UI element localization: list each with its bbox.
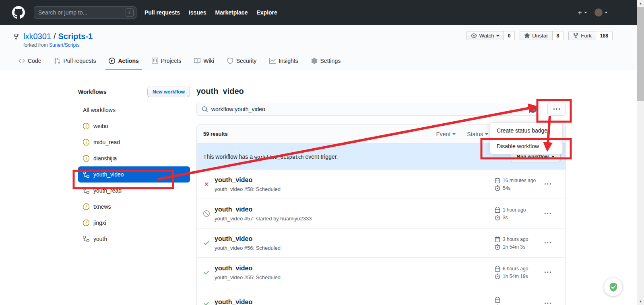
kebab-icon <box>545 269 551 276</box>
sidebar-item-youth-video[interactable]: youth_video <box>78 166 190 183</box>
run-title-link[interactable]: youth_video <box>215 176 281 184</box>
header-right: + <box>578 8 608 17</box>
nav-marketplace[interactable]: Marketplace <box>215 9 248 16</box>
sidebar-item-txnews[interactable]: txnews <box>78 199 190 215</box>
slash-key-hint: / <box>126 8 134 17</box>
sidebar-item-all-workflows[interactable]: All workflows <box>78 102 190 118</box>
unstar-button[interactable]: Unstar <box>520 31 552 40</box>
star-icon <box>524 33 530 39</box>
nav-issues[interactable]: Issues <box>189 9 206 16</box>
stopwatch-icon <box>495 274 500 279</box>
tab-security[interactable]: Security <box>224 53 260 70</box>
workflows-heading: Workflows <box>78 89 107 95</box>
fork-button[interactable]: Fork <box>568 31 596 40</box>
code-icon <box>19 58 25 64</box>
sidebar-item-jingxi[interactable]: jingxi <box>78 215 190 231</box>
clear-search-button[interactable] <box>529 106 537 113</box>
caret-down-icon <box>485 133 488 135</box>
repo-header: lxk0301 / Scripts-1 forked from Sunert/S… <box>0 25 644 70</box>
global-search-placeholder: Search or jump to... <box>38 9 126 16</box>
run-meta: 16 minutes ago 54s <box>495 178 535 191</box>
nav-pull-requests[interactable]: Pull requests <box>144 9 180 16</box>
warning-icon <box>83 139 89 145</box>
run-options-button[interactable] <box>545 210 551 217</box>
run-title-link[interactable]: youth_video <box>215 235 281 243</box>
scroll-up-arrow-icon[interactable]: ▲ <box>637 0 644 7</box>
create-new-button[interactable]: + <box>578 9 587 17</box>
github-logo-icon[interactable] <box>12 6 25 19</box>
run-title-link[interactable]: youth_video <box>215 265 281 272</box>
workflow-icon <box>83 187 89 194</box>
calendar-icon <box>495 178 500 183</box>
run-options-button[interactable] <box>545 240 551 246</box>
kebab-icon <box>553 106 560 112</box>
warning-icon <box>83 123 89 129</box>
tab-settings[interactable]: Settings <box>308 53 344 70</box>
run-options-button[interactable] <box>545 300 551 305</box>
actions-content: Workflows New workflow All workflows wei… <box>78 70 566 305</box>
menu-item-create-status-badge[interactable]: Create status badge <box>490 123 562 138</box>
tab-projects[interactable]: Projects <box>149 53 185 70</box>
watch-count[interactable]: 0 <box>504 31 515 40</box>
scroll-down-arrow-icon[interactable]: ▼ <box>637 298 644 305</box>
run-row[interactable]: youth_video youth_video #55: Scheduled 6… <box>197 258 566 287</box>
green-shield-check-icon <box>608 282 619 293</box>
run-title-link[interactable]: youth_video <box>215 206 312 213</box>
kebab-icon <box>545 210 551 217</box>
nav-explore[interactable]: Explore <box>256 9 277 16</box>
scrollbar[interactable]: ▲ ▼ <box>637 0 644 305</box>
repo-forked-icon <box>13 33 19 40</box>
kebab-icon <box>545 300 551 305</box>
star-count[interactable]: 8 <box>553 31 564 40</box>
run-row[interactable]: youth_video youth_video #57: started by … <box>197 199 566 228</box>
watch-group: Watch 0 <box>466 31 515 40</box>
run-row[interactable]: youth_video <box>197 287 566 305</box>
sidebar-item-youth-read[interactable]: youth_read <box>78 183 190 199</box>
watch-button[interactable]: Watch <box>466 31 504 40</box>
scrollbar-thumb[interactable] <box>637 7 644 101</box>
tab-code[interactable]: Code <box>15 53 44 70</box>
workflow-options-menu: Create status badge Disable workflow <box>490 122 563 154</box>
global-search-input[interactable]: Search or jump to... / <box>34 6 136 19</box>
run-subtitle: youth_video #56: Scheduled <box>215 245 281 251</box>
event-filter-dropdown[interactable]: Event <box>436 131 456 137</box>
workflow-options-button[interactable] <box>547 103 566 116</box>
status-filter-dropdown[interactable]: Status <box>467 131 488 137</box>
sidebar-item-weibo[interactable]: weibo <box>78 118 190 134</box>
new-workflow-button[interactable]: New workflow <box>147 87 190 97</box>
run-title-link[interactable]: youth_video <box>215 299 252 305</box>
stopwatch-icon <box>495 185 500 191</box>
eye-icon <box>471 33 477 39</box>
fork-count[interactable]: 188 <box>596 31 613 40</box>
sidebar-item-dianshijia[interactable]: dianshijia <box>78 150 190 166</box>
check-icon <box>203 240 210 246</box>
tab-actions[interactable]: Actions <box>105 53 142 70</box>
git-pull-request-icon <box>54 58 60 64</box>
run-row[interactable]: youth_video youth_video #58: Scheduled 1… <box>197 170 566 199</box>
gear-icon <box>311 58 318 64</box>
shield-badge[interactable] <box>604 278 622 296</box>
sidebar-item-youth[interactable]: youth <box>78 231 190 247</box>
tab-wiki[interactable]: Wiki <box>191 53 217 70</box>
user-menu-button[interactable] <box>594 8 608 17</box>
repo-name-link[interactable]: Scripts-1 <box>58 32 93 41</box>
run-options-button[interactable] <box>545 181 551 187</box>
tab-pull-requests[interactable]: Pull requests <box>51 53 99 70</box>
tab-insights[interactable]: Insights <box>266 53 301 70</box>
run-row[interactable]: youth_video youth_video #56: Scheduled 3… <box>197 228 566 258</box>
runs-search-input[interactable]: workflow:youth_video <box>196 103 541 116</box>
book-icon <box>194 58 200 64</box>
shield-icon <box>227 58 233 64</box>
fork-source-link[interactable]: Sunert/Scripts <box>49 42 79 48</box>
run-options-button[interactable] <box>545 269 551 276</box>
run-meta: 1 hour ago 3s <box>495 207 535 220</box>
x-icon <box>203 181 210 187</box>
kebab-icon <box>545 181 551 187</box>
workflow-title: youth_video <box>196 87 566 96</box>
sidebar-item-midu-read[interactable]: midu_read <box>78 134 190 150</box>
repo-owner-link[interactable]: lxk0301 <box>23 32 51 41</box>
warning-icon <box>83 220 89 226</box>
event-trigger-code: workflow_dispatch <box>254 154 304 160</box>
banner-text: This workflow has a workflow_dispatch ev… <box>203 154 338 160</box>
menu-item-disable-workflow[interactable]: Disable workflow <box>490 139 562 154</box>
